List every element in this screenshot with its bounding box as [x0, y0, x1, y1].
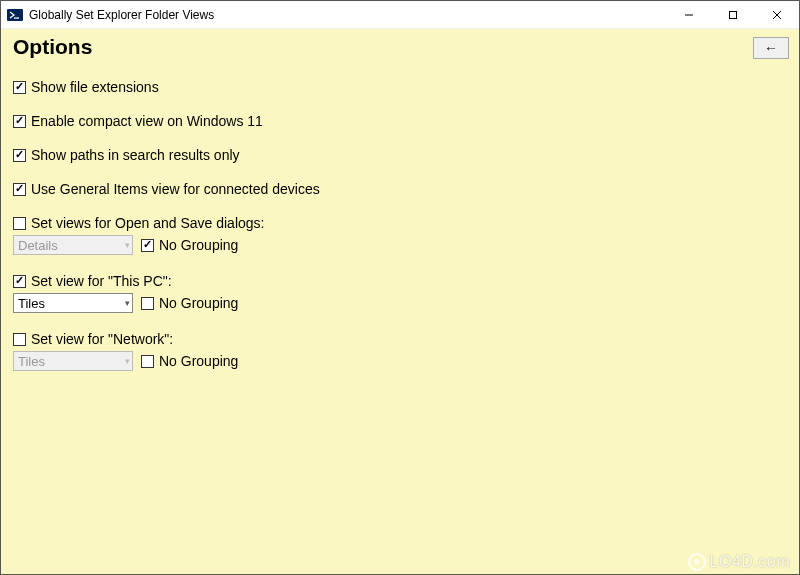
titlebar: Globally Set Explorer Folder Views: [1, 1, 799, 29]
select-this-pc-value: Tiles: [18, 296, 45, 311]
label-compact-view: Enable compact view on Windows 11: [31, 113, 263, 129]
checkbox-open-save-no-grouping[interactable]: [141, 239, 154, 252]
watermark: LO4D.com: [688, 553, 790, 571]
chevron-down-icon: ▾: [125, 356, 130, 366]
back-arrow-icon: ←: [764, 40, 778, 56]
label-network: Set view for "Network":: [31, 331, 173, 347]
chevron-down-icon: ▾: [125, 298, 130, 308]
option-network: Set view for "Network": Tiles ▾ No Group…: [13, 331, 787, 371]
maximize-button[interactable]: [711, 1, 755, 29]
label-this-pc: Set view for "This PC":: [31, 273, 172, 289]
window-controls: [667, 1, 799, 29]
label-open-save-no-grouping: No Grouping: [159, 237, 238, 253]
close-button[interactable]: [755, 1, 799, 29]
label-paths-in-search: Show paths in search results only: [31, 147, 240, 163]
select-open-save-view[interactable]: Details ▾: [13, 235, 133, 255]
label-this-pc-no-grouping: No Grouping: [159, 295, 238, 311]
label-network-no-grouping: No Grouping: [159, 353, 238, 369]
window-title: Globally Set Explorer Folder Views: [29, 8, 667, 22]
select-network-view[interactable]: Tiles ▾: [13, 351, 133, 371]
checkbox-open-save[interactable]: [13, 217, 26, 230]
checkbox-paths-in-search[interactable]: [13, 149, 26, 162]
checkbox-compact-view[interactable]: [13, 115, 26, 128]
svg-rect-3: [730, 11, 737, 18]
chevron-down-icon: ▾: [125, 240, 130, 250]
select-this-pc-view[interactable]: Tiles ▾: [13, 293, 133, 313]
label-show-extensions: Show file extensions: [31, 79, 159, 95]
checkbox-show-extensions[interactable]: [13, 81, 26, 94]
option-show-extensions: Show file extensions: [13, 79, 787, 95]
select-network-value: Tiles: [18, 354, 45, 369]
minimize-button[interactable]: [667, 1, 711, 29]
checkbox-network[interactable]: [13, 333, 26, 346]
app-window: Globally Set Explorer Folder Views ← Opt…: [0, 0, 800, 575]
checkbox-this-pc-no-grouping[interactable]: [141, 297, 154, 310]
option-open-save: Set views for Open and Save dialogs: Det…: [13, 215, 787, 255]
checkbox-general-items[interactable]: [13, 183, 26, 196]
option-this-pc: Set view for "This PC": Tiles ▾ No Group…: [13, 273, 787, 313]
page-title: Options: [13, 35, 787, 59]
checkbox-this-pc[interactable]: [13, 275, 26, 288]
option-general-items: Use General Items view for connected dev…: [13, 181, 787, 197]
back-button[interactable]: ←: [753, 37, 789, 59]
label-open-save: Set views for Open and Save dialogs:: [31, 215, 264, 231]
powershell-icon: [7, 7, 23, 23]
option-paths-in-search: Show paths in search results only: [13, 147, 787, 163]
select-open-save-value: Details: [18, 238, 58, 253]
watermark-text: LO4D.com: [710, 553, 790, 571]
watermark-icon: [688, 553, 706, 571]
content-area: ← Options Show file extensions Enable co…: [1, 29, 799, 574]
checkbox-network-no-grouping[interactable]: [141, 355, 154, 368]
label-general-items: Use General Items view for connected dev…: [31, 181, 320, 197]
option-compact-view: Enable compact view on Windows 11: [13, 113, 787, 129]
